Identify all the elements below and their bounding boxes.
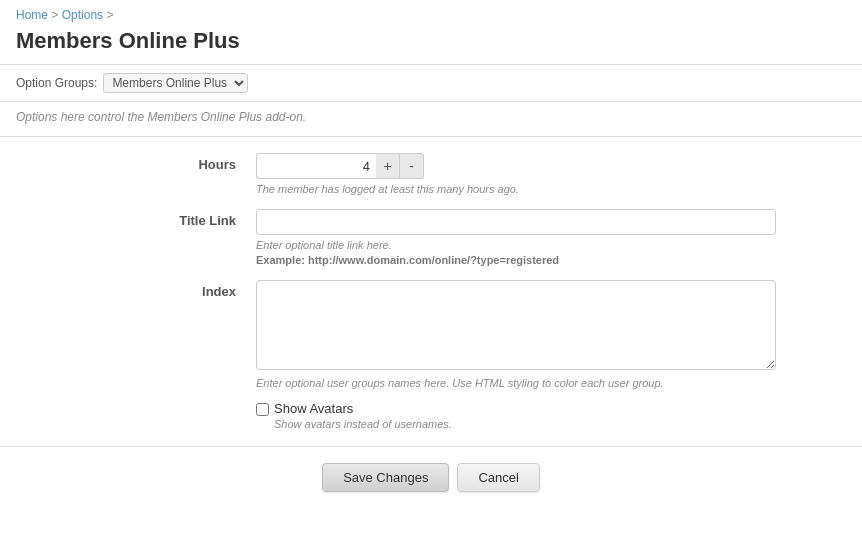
hours-stepper: + - [256, 153, 846, 179]
hours-label: Hours [16, 153, 256, 195]
title-link-input[interactable] [256, 209, 776, 235]
breadcrumb-sep1: > [51, 8, 61, 22]
option-groups-bar: Option Groups: Members Online Plus [0, 65, 862, 102]
show-avatars-hint: Show avatars instead of usernames. [256, 418, 846, 430]
example-label: Example: [256, 254, 305, 266]
button-bar: Save Changes Cancel [0, 447, 862, 508]
title-link-control-group: Enter optional title link here. Example:… [256, 209, 846, 266]
title-link-example: Example: http://www.domain.com/online/?t… [256, 254, 846, 266]
hours-input[interactable] [256, 153, 376, 179]
hours-hint: The member has logged at least this many… [256, 183, 846, 195]
save-button[interactable]: Save Changes [322, 463, 449, 492]
index-control-group: Enter optional user groups names here. U… [256, 280, 846, 430]
page-title: Members Online Plus [0, 26, 862, 65]
show-avatars-label[interactable]: Show Avatars [274, 401, 353, 416]
show-avatars-checkbox[interactable] [256, 403, 269, 416]
index-label: Index [16, 280, 256, 430]
hours-increment-button[interactable]: + [376, 153, 400, 179]
breadcrumb-sep2: > [106, 8, 113, 22]
breadcrumb-home[interactable]: Home [16, 8, 48, 22]
page-description: Options here control the Members Online … [0, 102, 862, 137]
index-textarea[interactable] [256, 280, 776, 370]
option-groups-select[interactable]: Members Online Plus [103, 73, 248, 93]
title-link-hint: Enter optional title link here. [256, 239, 846, 251]
hours-control-group: + - The member has logged at least this … [256, 153, 846, 195]
index-hint: Enter optional user groups names here. U… [256, 377, 846, 389]
example-value: http://www.domain.com/online/?type=regis… [308, 254, 559, 266]
title-link-label: Title Link [16, 209, 256, 266]
index-row: Index Enter optional user groups names h… [0, 280, 862, 430]
show-avatars-row: Show Avatars [256, 401, 846, 416]
cancel-button[interactable]: Cancel [457, 463, 539, 492]
hours-row: Hours + - The member has logged at least… [0, 153, 862, 195]
form-area: Hours + - The member has logged at least… [0, 137, 862, 430]
title-link-row: Title Link Enter optional title link her… [0, 209, 862, 266]
breadcrumb-options[interactable]: Options [62, 8, 103, 22]
option-groups-label: Option Groups: [16, 76, 97, 90]
hours-decrement-button[interactable]: - [400, 153, 424, 179]
breadcrumb: Home > Options > [0, 0, 862, 26]
